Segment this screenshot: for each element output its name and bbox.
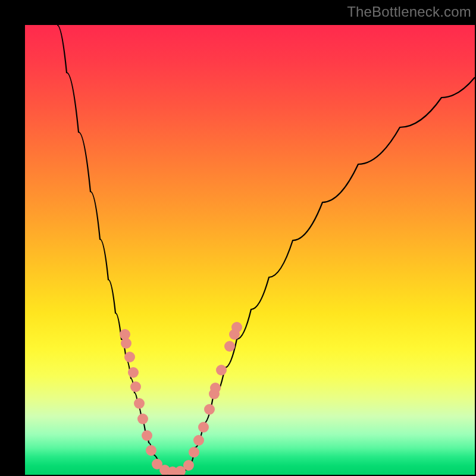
scatter-dot xyxy=(224,341,235,352)
scatter-dot xyxy=(216,365,227,375)
scatter-dot xyxy=(121,338,131,349)
scatter-dot xyxy=(210,383,221,393)
curve-right-branch xyxy=(188,77,475,468)
scatter-dots xyxy=(120,322,242,475)
chart-svg xyxy=(25,25,475,475)
chart-frame: TheBottleneck.com xyxy=(0,0,476,476)
scatter-dot xyxy=(198,422,209,433)
scatter-dot xyxy=(128,367,139,378)
watermark-text: TheBottleneck.com xyxy=(347,4,471,20)
scatter-dot xyxy=(146,445,156,456)
scatter-dot xyxy=(134,398,145,409)
scatter-dot xyxy=(130,381,141,392)
scatter-dot xyxy=(142,430,152,441)
scatter-dot xyxy=(231,322,242,333)
curve-left-branch xyxy=(57,25,161,468)
scatter-dot xyxy=(189,447,199,458)
scatter-dot xyxy=(183,460,194,471)
scatter-dot xyxy=(137,414,148,424)
scatter-dot xyxy=(124,352,135,362)
plot-area xyxy=(25,25,475,475)
scatter-dot xyxy=(204,404,215,415)
scatter-dot xyxy=(193,435,204,446)
